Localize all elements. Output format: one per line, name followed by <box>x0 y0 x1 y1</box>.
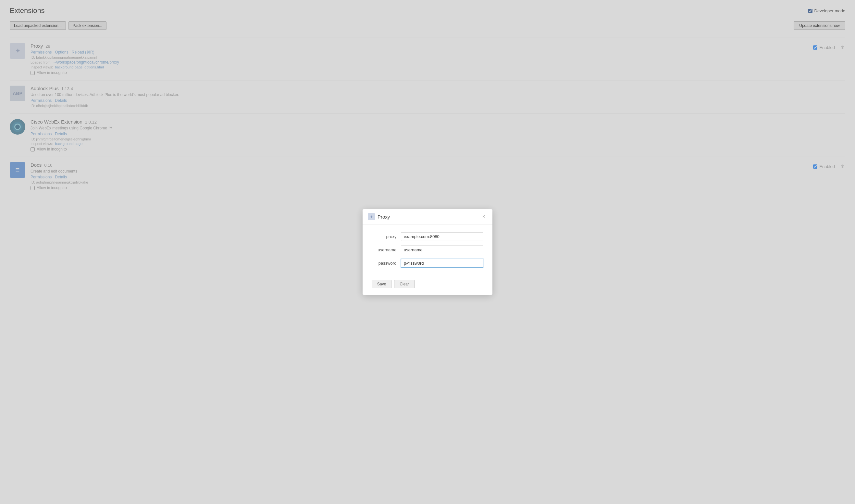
proxy-row: proxy: <box>372 232 483 241</box>
clear-button[interactable]: Clear <box>394 280 415 288</box>
dialog-close-button[interactable]: × <box>481 213 487 220</box>
username-label: username: <box>372 248 398 252</box>
username-input[interactable] <box>401 246 483 254</box>
password-row: password: <box>372 259 483 268</box>
dialog-footer: Save Clear <box>363 280 492 295</box>
proxy-input[interactable] <box>401 232 483 241</box>
password-input[interactable] <box>401 259 483 268</box>
dialog-overlay: ✦ Proxy × proxy: username: password: Sav… <box>0 0 855 504</box>
dialog-header: ✦ Proxy × <box>363 209 492 224</box>
dialog-title-row: ✦ Proxy <box>368 213 390 220</box>
proxy-dialog: ✦ Proxy × proxy: username: password: Sav… <box>363 209 492 295</box>
dialog-title: Proxy <box>378 214 390 220</box>
dialog-title-icon: ✦ <box>368 213 375 220</box>
dialog-body: proxy: username: password: <box>363 224 492 280</box>
username-row: username: <box>372 246 483 254</box>
proxy-label: proxy: <box>372 234 398 239</box>
password-label: password: <box>372 261 398 266</box>
save-button[interactable]: Save <box>372 280 391 288</box>
